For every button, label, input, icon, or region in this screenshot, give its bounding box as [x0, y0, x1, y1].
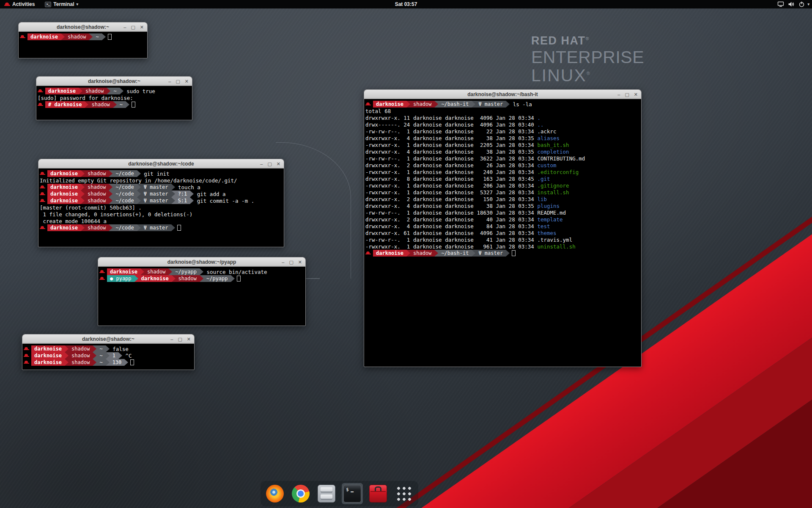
powerline-separator	[190, 197, 194, 204]
close-button[interactable]: ✕	[277, 162, 280, 166]
prompt-segment-venv: ● pyapp	[107, 275, 134, 282]
close-button[interactable]: ✕	[187, 337, 191, 342]
terminal-line: drwxrwxr-x. 4 darknoise darknoise 38 Jan…	[365, 135, 640, 141]
window-title: darknoise@shadow:~/pyapp	[167, 259, 236, 265]
terminal-text: drwxrwxr-x. 2 darknoise darknoise 150 Ja…	[365, 196, 537, 202]
terminal-line: darknoiseshadow~/bash-itΨ master	[365, 250, 640, 257]
powerline-separator	[126, 101, 129, 108]
firefox-dock-item[interactable]	[264, 483, 285, 504]
terminal-line: Initialized empty Git repository in /hom…	[40, 177, 283, 184]
terminal-line: darknoiseshadow~/pyapp source bin/activa…	[99, 268, 304, 275]
terminal-text: .editorconfig	[537, 169, 579, 175]
minimize-button[interactable]: –	[617, 92, 620, 97]
terminal-line: darknoiseshadow~/codeΨ master?:1 git add…	[40, 190, 283, 197]
powerline-separator	[506, 250, 510, 257]
prompt-segment-git: Ψ master	[475, 250, 506, 257]
terminal-content[interactable]: darknoiseshadow~/bash-itΨ master ls -lat…	[364, 99, 641, 257]
chevron-down-icon: ▾	[807, 2, 809, 6]
prompt-segment-user: # darknoise	[45, 101, 85, 108]
terminal-line: drwxrwxr-x. 4 darknoise darknoise 38 Jan…	[365, 202, 640, 209]
powerline-separator	[137, 190, 141, 197]
window-titlebar[interactable]: darknoise@shadow:~–▢✕	[36, 77, 192, 86]
prompt-segment-user: darknoise	[45, 88, 79, 94]
terminal-content[interactable]: darknoiseshadow~ falsedarknoiseshadow~1 …	[22, 344, 194, 366]
window-buttons: –▢✕	[168, 77, 189, 86]
maximize-button[interactable]: ▢	[131, 25, 135, 30]
terminal-text: drwx------. 24 darknoise darknoise 4096 …	[365, 121, 537, 128]
terminal-text: sudo true	[123, 88, 155, 94]
window-titlebar[interactable]: darknoise@shadow:~/pyapp–▢✕	[98, 257, 305, 267]
chevron-down-icon: ▾	[76, 2, 78, 6]
close-button[interactable]: ✕	[185, 79, 189, 84]
terminal-content[interactable]: darknoiseshadow~/code git initInitialize…	[38, 168, 284, 231]
terminal-content[interactable]: darknoiseshadow~ sudo true[sudo] passwor…	[36, 86, 192, 108]
maximize-button[interactable]: ▢	[267, 162, 272, 166]
window-titlebar[interactable]: darknoise@shadow:~/bash-it–▢✕	[364, 90, 641, 99]
window-titlebar[interactable]: darknoise@shadow:~–▢✕	[19, 22, 147, 32]
terminal-text: -rwxrwxr-x. 1 darknoise darknoise 206 Ja…	[365, 182, 537, 189]
terminal-text: template	[537, 216, 562, 223]
powerline-separator	[506, 101, 510, 108]
terminal-line: darknoiseshadow~/codeΨ master touch a	[40, 184, 283, 190]
prompt-segment-host: shadow	[88, 101, 112, 108]
terminal-content[interactable]: darknoiseshadow~	[19, 32, 147, 40]
maximize-button[interactable]: ▢	[178, 337, 182, 342]
close-button[interactable]: ✕	[634, 92, 638, 97]
window-title: darknoise@shadow:~	[82, 336, 134, 342]
close-button[interactable]: ✕	[140, 25, 144, 30]
prompt-segment-user: darknoise	[31, 345, 65, 352]
maximize-button[interactable]: ▢	[625, 92, 629, 97]
prompt-segment-host: shadow	[85, 190, 109, 197]
powerline-separator	[134, 275, 138, 282]
appgrid-dock-item[interactable]	[393, 483, 414, 504]
minimize-button[interactable]: –	[123, 25, 126, 30]
minimize-button[interactable]: –	[282, 260, 284, 265]
terminal-text: -rw-rw-r--. 1 darknoise darknoise 3622 J…	[365, 155, 585, 162]
terminal-dock-item[interactable]	[342, 483, 363, 504]
powerline-separator	[65, 359, 69, 366]
window-title: darknoise@shadow:~/code	[128, 161, 194, 167]
prompt-segment-path: ~	[96, 345, 105, 352]
maximize-button[interactable]: ▢	[289, 260, 293, 265]
activities-button[interactable]: Activities	[3, 0, 36, 8]
terminal-content[interactable]: darknoiseshadow~/pyapp source bin/activa…	[98, 267, 305, 282]
maximize-button[interactable]: ▢	[176, 79, 180, 84]
redhat-prompt-icon	[40, 171, 45, 177]
terminal-text: drwxrwxr-x. 11 darknoise darknoise 4096 …	[365, 115, 537, 121]
redhat-prompt-icon	[99, 276, 105, 282]
powerline-separator	[106, 352, 110, 359]
powerline-separator	[137, 224, 141, 231]
powerline-separator	[109, 184, 112, 190]
powerline-separator	[109, 190, 112, 197]
prompt-segment-user: darknoise	[373, 101, 406, 108]
window-titlebar[interactable]: darknoise@shadow:~–▢✕	[22, 334, 194, 344]
window-titlebar[interactable]: darknoise@shadow:~/code–▢✕	[38, 159, 284, 168]
window-buttons: –▢✕	[617, 90, 638, 99]
powerline-separator	[406, 101, 410, 108]
redhat-prompt-icon	[24, 346, 29, 352]
minimize-button[interactable]: –	[260, 162, 263, 166]
chrome-dock-item[interactable]	[290, 483, 311, 504]
window-title: darknoise@shadow:~	[88, 78, 140, 84]
toolbox-dock-item[interactable]	[368, 483, 389, 504]
minimize-button[interactable]: –	[170, 337, 173, 342]
prompt-segment-git: Ψ master	[475, 101, 506, 108]
powerline-separator	[171, 197, 175, 204]
volume-icon	[788, 1, 795, 7]
prompt-segment-git: Ψ master	[141, 184, 171, 190]
files-dock-item[interactable]	[316, 483, 337, 504]
clock[interactable]: Sat 03:57	[0, 1, 812, 7]
terminal-text: false	[110, 346, 129, 352]
prompt-segment-stat: S:1	[175, 197, 190, 204]
powerline-separator	[85, 101, 88, 108]
minimize-button[interactable]: –	[168, 79, 171, 84]
close-button[interactable]: ✕	[298, 260, 302, 265]
redhat-prompt-icon	[40, 225, 45, 231]
terminal-line: -rwxrwxr-x. 1 darknoise darknoise 961 Ja…	[365, 243, 640, 250]
terminal-line: darknoiseshadow~1 ^C	[24, 352, 193, 359]
powerline-separator	[65, 352, 69, 359]
app-menu-terminal[interactable]: >_ Terminal ▾	[43, 0, 80, 8]
terminal-text: -rwxrwxr-x. 1 darknoise darknoise 2205 J…	[365, 142, 537, 148]
system-status-area[interactable]: ▾	[777, 0, 809, 8]
prompt-segment-stat: 1	[110, 352, 118, 359]
